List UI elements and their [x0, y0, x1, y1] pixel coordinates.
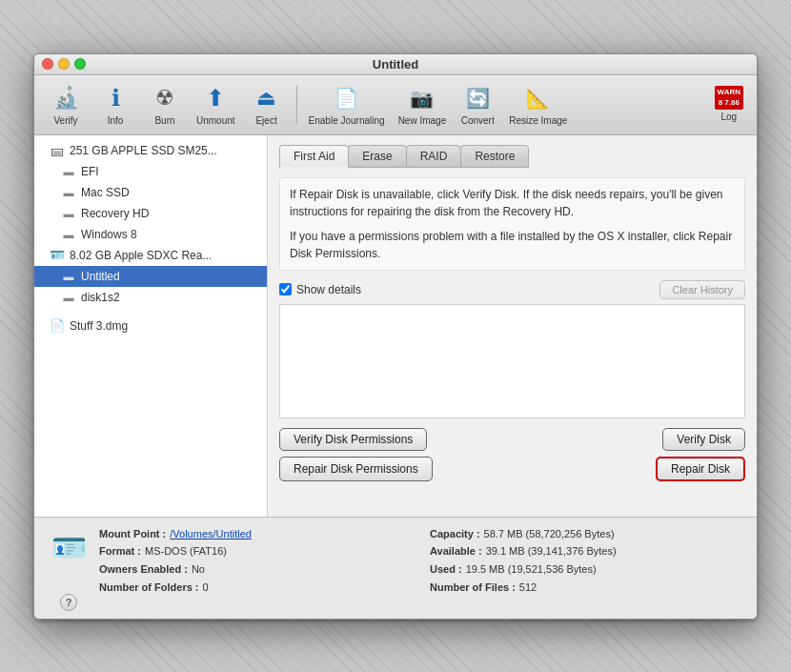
- mount-point-row: Mount Point : /Volumes/Untitled: [99, 525, 411, 543]
- toolbar-separator: [296, 86, 297, 124]
- mount-point-value[interactable]: /Volumes/Untitled: [170, 525, 252, 543]
- files-value: 512: [519, 579, 537, 597]
- used-row: Used : 19.5 MB (19,521,536 Bytes): [430, 560, 741, 579]
- tab-erase[interactable]: Erase: [348, 145, 406, 168]
- capacity-value: 58.7 MB (58,720,256 Bytes): [484, 525, 615, 543]
- sidebar-item-recovery[interactable]: ▬ Recovery HD: [34, 203, 267, 224]
- owners-row: Owners Enabled : No: [99, 560, 411, 579]
- sidebar-mac-label: Mac SSD: [81, 186, 130, 199]
- action-row-1: Verify Disk Permissions Verify Disk: [279, 428, 745, 451]
- repair-disk-permissions-button[interactable]: Repair Disk Permissions: [279, 457, 433, 481]
- show-details-label: Show details: [296, 283, 361, 296]
- repair-disk-button[interactable]: Repair Disk: [656, 457, 745, 481]
- tab-restore[interactable]: Restore: [460, 145, 529, 168]
- convert-label: Convert: [461, 115, 495, 127]
- eject-button[interactable]: ⏏ Eject: [243, 79, 291, 131]
- tab-first-aid[interactable]: First Aid: [279, 145, 349, 168]
- info-label: Info: [108, 115, 124, 127]
- close-button[interactable]: [42, 58, 53, 70]
- resize-image-button[interactable]: 📐 Resize Image: [503, 79, 573, 131]
- eject-icon: ⏏: [252, 83, 282, 113]
- format-label: Format :: [99, 542, 141, 560]
- sidebar-item-mac-ssd[interactable]: ▬ Mac SSD: [34, 182, 267, 203]
- sidebar: 🖴 251 GB APPLE SSD SM25... ▬ EFI ▬ Mac S…: [34, 135, 268, 517]
- minimize-button[interactable]: [58, 58, 70, 70]
- info-icon: ℹ: [100, 83, 131, 113]
- verify-disk-button[interactable]: Verify Disk: [662, 428, 745, 451]
- partition-icon-mac: ▬: [61, 185, 76, 200]
- info-paragraph-2: If you have a permissions problem with a…: [290, 228, 735, 262]
- partition-icon-disk1s2: ▬: [61, 290, 76, 305]
- content-area: 🖴 251 GB APPLE SSD SM25... ▬ EFI ▬ Mac S…: [34, 135, 757, 517]
- enable-journaling-label: Enable Journaling: [309, 115, 385, 127]
- unmount-button[interactable]: ⬆ Unmount: [191, 79, 241, 131]
- resize-image-icon: 📐: [523, 83, 554, 113]
- info-col-right: Capacity : 58.7 MB (58,720,256 Bytes) Av…: [430, 525, 741, 597]
- used-value: 19.5 MB (19,521,536 Bytes): [466, 560, 597, 579]
- sidebar-item-sdcard[interactable]: 🪪 8.02 GB Apple SDXC Rea...: [34, 245, 267, 266]
- log-button[interactable]: WARN8 7.86 Log: [709, 82, 749, 127]
- sidebar-dmg-label: Stuff 3.dmg: [70, 319, 128, 333]
- verify-icon: 🔬: [51, 83, 81, 113]
- verify-button[interactable]: 🔬 Verify: [42, 79, 90, 131]
- partition-icon-windows: ▬: [61, 227, 76, 242]
- new-image-button[interactable]: 📷 New Image: [393, 79, 453, 131]
- info-paragraph-1: If Repair Disk is unavailable, click Ver…: [290, 186, 735, 220]
- convert-button[interactable]: 🔄 Convert: [454, 79, 501, 131]
- owners-value: No: [192, 560, 205, 579]
- mount-point-label: Mount Point :: [99, 525, 166, 543]
- sidebar-windows-label: Windows 8: [81, 228, 137, 241]
- sidebar-item-untitled[interactable]: ▬ Untitled: [34, 266, 267, 287]
- info-col-left: Mount Point : /Volumes/Untitled Format :…: [99, 525, 411, 597]
- available-label: Available :: [430, 542, 482, 560]
- files-row: Number of Files : 512: [430, 579, 741, 597]
- sdcard-icon: 🪪: [50, 248, 65, 263]
- new-image-icon: 📷: [407, 83, 437, 113]
- sidebar-efi-label: EFI: [81, 165, 99, 178]
- new-image-label: New Image: [398, 115, 447, 127]
- unmount-label: Unmount: [196, 115, 235, 127]
- maximize-button[interactable]: [74, 58, 86, 70]
- main-panel: First Aid Erase RAID Restore If Repair D…: [268, 135, 757, 517]
- sidebar-item-windows8[interactable]: ▬ Windows 8: [34, 224, 267, 245]
- format-row: Format : MS-DOS (FAT16): [99, 542, 411, 560]
- window-title: Untitled: [373, 57, 418, 71]
- sidebar-item-dmg[interactable]: 📄 Stuff 3.dmg: [34, 316, 267, 336]
- sidebar-item-ssd-label: 251 GB APPLE SSD SM25...: [70, 144, 217, 157]
- partition-icon-recovery: ▬: [61, 206, 76, 221]
- show-details-left: Show details: [279, 283, 361, 296]
- help-button[interactable]: ?: [60, 594, 77, 611]
- sidebar-untitled-label: Untitled: [81, 270, 120, 283]
- capacity-label: Capacity :: [430, 525, 480, 543]
- disk-icon-large: 🪪: [50, 529, 88, 567]
- verify-label: Verify: [53, 115, 77, 127]
- verify-disk-permissions-button[interactable]: Verify Disk Permissions: [279, 428, 427, 451]
- unmount-icon: ⬆: [200, 83, 231, 113]
- capacity-row: Capacity : 58.7 MB (58,720,256 Bytes): [430, 525, 741, 543]
- action-row-2: Repair Disk Permissions Repair Disk: [279, 457, 745, 481]
- traffic-lights: [42, 58, 86, 70]
- log-badge: WARN8 7.86: [715, 86, 743, 110]
- sidebar-item-ssd[interactable]: 🖴 251 GB APPLE SSD SM25...: [34, 140, 267, 161]
- clear-history-button[interactable]: Clear History: [659, 280, 745, 299]
- files-label: Number of Files :: [430, 579, 516, 597]
- owners-label: Owners Enabled :: [99, 560, 188, 579]
- folders-value: 0: [203, 579, 209, 597]
- enable-journaling-button[interactable]: 📄 Enable Journaling: [303, 79, 391, 131]
- burn-button[interactable]: ☢ Burn: [141, 79, 189, 131]
- folders-label: Number of Folders :: [99, 579, 199, 597]
- sidebar-item-efi[interactable]: ▬ EFI: [34, 161, 267, 182]
- log-area[interactable]: [279, 304, 745, 418]
- sidebar-recovery-label: Recovery HD: [81, 207, 149, 220]
- eject-label: Eject: [255, 115, 276, 127]
- log-label: Log: [720, 112, 737, 123]
- show-details-checkbox[interactable]: [279, 283, 292, 295]
- bottom-info: Mount Point : /Volumes/Untitled Format :…: [99, 525, 741, 597]
- sidebar-item-disk1s2[interactable]: ▬ disk1s2: [34, 287, 267, 308]
- partition-icon-untitled: ▬: [61, 269, 76, 284]
- tab-raid[interactable]: RAID: [406, 145, 462, 168]
- convert-icon: 🔄: [462, 83, 493, 113]
- first-aid-description: If Repair Disk is unavailable, click Ver…: [279, 177, 745, 271]
- info-button[interactable]: ℹ Info: [91, 79, 139, 131]
- bottom-left-col: 🪪 ?: [50, 525, 88, 611]
